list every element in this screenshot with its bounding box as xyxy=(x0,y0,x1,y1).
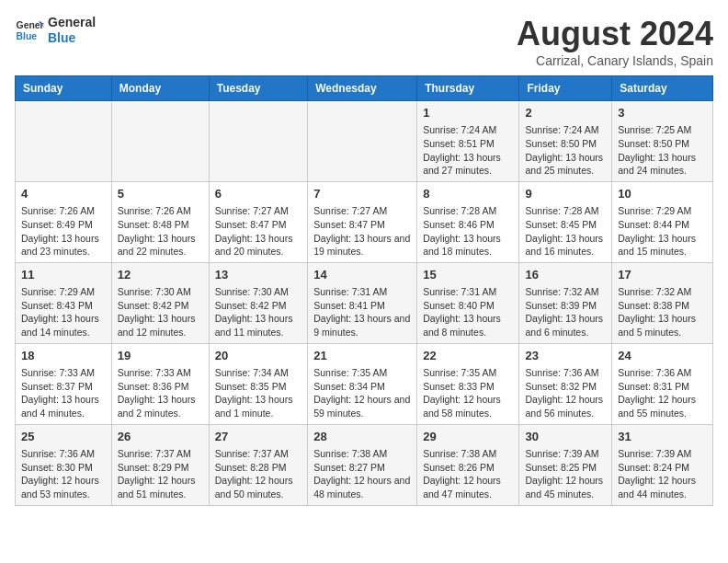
day-info: Sunrise: 7:24 AMSunset: 8:50 PMDaylight:… xyxy=(525,123,606,178)
day-number: 31 xyxy=(618,429,707,445)
calendar-cell: 3Sunrise: 7:25 AMSunset: 8:50 PMDaylight… xyxy=(612,101,713,182)
calendar-week-row: 11Sunrise: 7:29 AMSunset: 8:43 PMDayligh… xyxy=(16,262,713,343)
calendar-cell: 16Sunrise: 7:32 AMSunset: 8:39 PMDayligh… xyxy=(519,262,612,343)
calendar-cell: 5Sunrise: 7:26 AMSunset: 8:48 PMDaylight… xyxy=(111,181,209,262)
header-friday: Friday xyxy=(519,76,612,101)
calendar-cell: 17Sunrise: 7:32 AMSunset: 8:38 PMDayligh… xyxy=(612,262,713,343)
page-title: August 2024 xyxy=(517,15,713,53)
page-subtitle: Carrizal, Canary Islands, Spain xyxy=(517,53,713,68)
day-info: Sunrise: 7:35 AMSunset: 8:34 PMDaylight:… xyxy=(313,366,411,420)
calendar-cell: 8Sunrise: 7:28 AMSunset: 8:46 PMDaylight… xyxy=(417,181,519,262)
day-number: 30 xyxy=(525,429,606,445)
page-header: General Blue General Blue August 2024 Ca… xyxy=(15,15,713,68)
day-number: 18 xyxy=(21,348,106,364)
day-number: 15 xyxy=(423,267,513,283)
day-number: 3 xyxy=(618,105,707,121)
day-number: 8 xyxy=(423,186,513,202)
header-tuesday: Tuesday xyxy=(209,76,307,101)
day-number: 27 xyxy=(215,429,301,445)
day-info: Sunrise: 7:33 AMSunset: 8:36 PMDaylight:… xyxy=(118,366,203,420)
day-number: 21 xyxy=(313,348,411,364)
calendar-cell: 20Sunrise: 7:34 AMSunset: 8:35 PMDayligh… xyxy=(209,343,307,424)
calendar-cell: 27Sunrise: 7:37 AMSunset: 8:28 PMDayligh… xyxy=(209,424,307,505)
day-number: 6 xyxy=(215,186,301,202)
calendar-cell: 1Sunrise: 7:24 AMSunset: 8:51 PMDaylight… xyxy=(417,101,519,182)
day-info: Sunrise: 7:33 AMSunset: 8:37 PMDaylight:… xyxy=(21,366,106,420)
calendar-cell: 18Sunrise: 7:33 AMSunset: 8:37 PMDayligh… xyxy=(16,343,112,424)
day-info: Sunrise: 7:27 AMSunset: 8:47 PMDaylight:… xyxy=(215,204,301,259)
header-monday: Monday xyxy=(111,76,209,101)
day-number: 2 xyxy=(525,105,606,121)
calendar-cell: 11Sunrise: 7:29 AMSunset: 8:43 PMDayligh… xyxy=(16,262,112,343)
title-block: August 2024 Carrizal, Canary Islands, Sp… xyxy=(517,15,713,68)
header-thursday: Thursday xyxy=(417,76,519,101)
calendar-cell xyxy=(111,101,209,182)
day-number: 23 xyxy=(525,348,606,364)
day-info: Sunrise: 7:25 AMSunset: 8:50 PMDaylight:… xyxy=(618,123,707,178)
day-number: 12 xyxy=(118,267,203,283)
day-info: Sunrise: 7:29 AMSunset: 8:43 PMDaylight:… xyxy=(21,285,106,339)
day-info: Sunrise: 7:39 AMSunset: 8:24 PMDaylight:… xyxy=(618,447,707,501)
calendar-table: SundayMondayTuesdayWednesdayThursdayFrid… xyxy=(15,75,713,506)
day-info: Sunrise: 7:26 AMSunset: 8:49 PMDaylight:… xyxy=(21,204,106,259)
calendar-cell xyxy=(209,101,307,182)
header-wednesday: Wednesday xyxy=(308,76,417,101)
day-number: 16 xyxy=(525,267,606,283)
day-number: 7 xyxy=(313,186,411,202)
calendar-cell: 30Sunrise: 7:39 AMSunset: 8:25 PMDayligh… xyxy=(519,424,612,505)
day-info: Sunrise: 7:34 AMSunset: 8:35 PMDaylight:… xyxy=(215,366,301,420)
calendar-cell: 13Sunrise: 7:30 AMSunset: 8:42 PMDayligh… xyxy=(209,262,307,343)
calendar-cell: 26Sunrise: 7:37 AMSunset: 8:29 PMDayligh… xyxy=(111,424,209,505)
day-number: 22 xyxy=(423,348,513,364)
header-saturday: Saturday xyxy=(612,76,713,101)
day-number: 11 xyxy=(21,267,106,283)
svg-text:Blue: Blue xyxy=(17,30,38,40)
logo: General Blue General Blue xyxy=(15,15,96,46)
day-info: Sunrise: 7:27 AMSunset: 8:47 PMDaylight:… xyxy=(313,204,411,259)
day-number: 5 xyxy=(118,186,203,202)
calendar-cell: 28Sunrise: 7:38 AMSunset: 8:27 PMDayligh… xyxy=(308,424,417,505)
day-info: Sunrise: 7:32 AMSunset: 8:39 PMDaylight:… xyxy=(525,285,606,339)
logo-general: General xyxy=(48,15,96,30)
calendar-cell: 31Sunrise: 7:39 AMSunset: 8:24 PMDayligh… xyxy=(612,424,713,505)
day-info: Sunrise: 7:28 AMSunset: 8:45 PMDaylight:… xyxy=(525,204,606,259)
day-info: Sunrise: 7:39 AMSunset: 8:25 PMDaylight:… xyxy=(525,447,606,501)
calendar-cell xyxy=(308,101,417,182)
day-info: Sunrise: 7:37 AMSunset: 8:28 PMDaylight:… xyxy=(215,447,301,501)
day-info: Sunrise: 7:37 AMSunset: 8:29 PMDaylight:… xyxy=(118,447,203,501)
calendar-cell: 19Sunrise: 7:33 AMSunset: 8:36 PMDayligh… xyxy=(111,343,209,424)
day-number: 17 xyxy=(618,267,707,283)
day-info: Sunrise: 7:31 AMSunset: 8:40 PMDaylight:… xyxy=(423,285,513,339)
day-info: Sunrise: 7:32 AMSunset: 8:38 PMDaylight:… xyxy=(618,285,707,339)
calendar-cell: 29Sunrise: 7:38 AMSunset: 8:26 PMDayligh… xyxy=(417,424,519,505)
calendar-cell: 4Sunrise: 7:26 AMSunset: 8:49 PMDaylight… xyxy=(16,181,112,262)
calendar-header-row: SundayMondayTuesdayWednesdayThursdayFrid… xyxy=(16,76,713,101)
day-number: 13 xyxy=(215,267,301,283)
day-number: 26 xyxy=(118,429,203,445)
day-number: 9 xyxy=(525,186,606,202)
day-info: Sunrise: 7:26 AMSunset: 8:48 PMDaylight:… xyxy=(118,204,203,259)
calendar-week-row: 1Sunrise: 7:24 AMSunset: 8:51 PMDaylight… xyxy=(16,101,713,182)
day-number: 24 xyxy=(618,348,707,364)
day-info: Sunrise: 7:38 AMSunset: 8:26 PMDaylight:… xyxy=(423,447,513,501)
day-info: Sunrise: 7:35 AMSunset: 8:33 PMDaylight:… xyxy=(423,366,513,420)
day-number: 1 xyxy=(423,105,513,121)
calendar-cell: 23Sunrise: 7:36 AMSunset: 8:32 PMDayligh… xyxy=(519,343,612,424)
day-number: 29 xyxy=(423,429,513,445)
day-info: Sunrise: 7:30 AMSunset: 8:42 PMDaylight:… xyxy=(215,285,301,339)
day-number: 10 xyxy=(618,186,707,202)
header-sunday: Sunday xyxy=(16,76,112,101)
day-info: Sunrise: 7:36 AMSunset: 8:30 PMDaylight:… xyxy=(21,447,106,501)
day-number: 19 xyxy=(118,348,203,364)
calendar-cell: 9Sunrise: 7:28 AMSunset: 8:45 PMDaylight… xyxy=(519,181,612,262)
calendar-cell: 10Sunrise: 7:29 AMSunset: 8:44 PMDayligh… xyxy=(612,181,713,262)
day-number: 4 xyxy=(21,186,106,202)
day-info: Sunrise: 7:31 AMSunset: 8:41 PMDaylight:… xyxy=(313,285,411,339)
calendar-cell xyxy=(16,101,112,182)
day-number: 14 xyxy=(313,267,411,283)
day-number: 20 xyxy=(215,348,301,364)
calendar-cell: 25Sunrise: 7:36 AMSunset: 8:30 PMDayligh… xyxy=(16,424,112,505)
calendar-cell: 22Sunrise: 7:35 AMSunset: 8:33 PMDayligh… xyxy=(417,343,519,424)
logo-icon: General Blue xyxy=(15,16,44,45)
day-info: Sunrise: 7:36 AMSunset: 8:32 PMDaylight:… xyxy=(525,366,606,420)
